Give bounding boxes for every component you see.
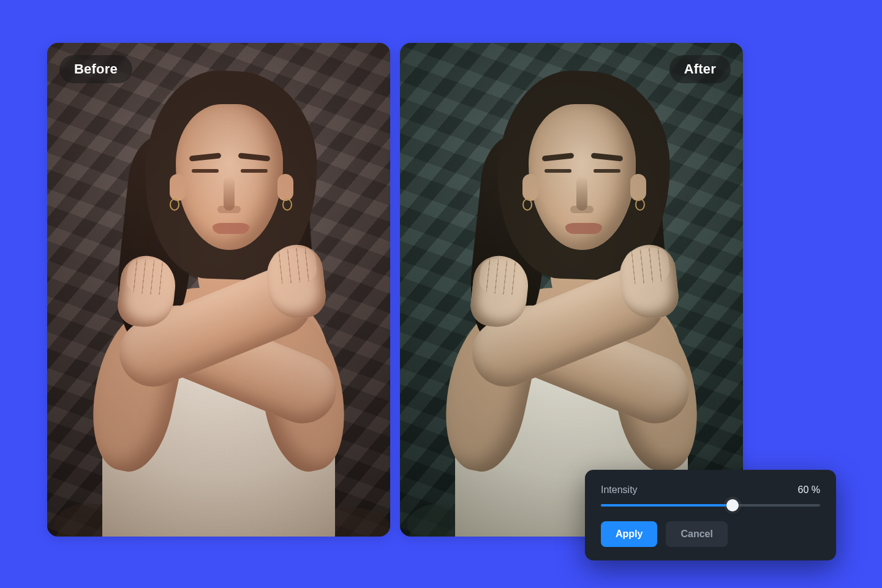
cancel-button[interactable]: Cancel xyxy=(666,521,727,547)
intensity-slider-thumb[interactable] xyxy=(726,499,739,511)
intensity-slider[interactable] xyxy=(601,504,820,507)
intensity-slider-fill xyxy=(601,504,733,507)
before-after-compare: Before After xyxy=(47,43,743,537)
before-badge: Before xyxy=(59,55,132,83)
intensity-value: 60 % xyxy=(798,484,820,496)
intensity-control-card: Intensity 60 % Apply Cancel xyxy=(585,470,836,560)
after-badge: After xyxy=(669,55,731,83)
after-image xyxy=(400,43,743,537)
apply-button[interactable]: Apply xyxy=(601,521,657,547)
before-image-panel: Before xyxy=(47,43,390,537)
before-image xyxy=(47,43,390,537)
intensity-label: Intensity xyxy=(601,484,638,496)
after-image-panel: After xyxy=(400,43,743,537)
